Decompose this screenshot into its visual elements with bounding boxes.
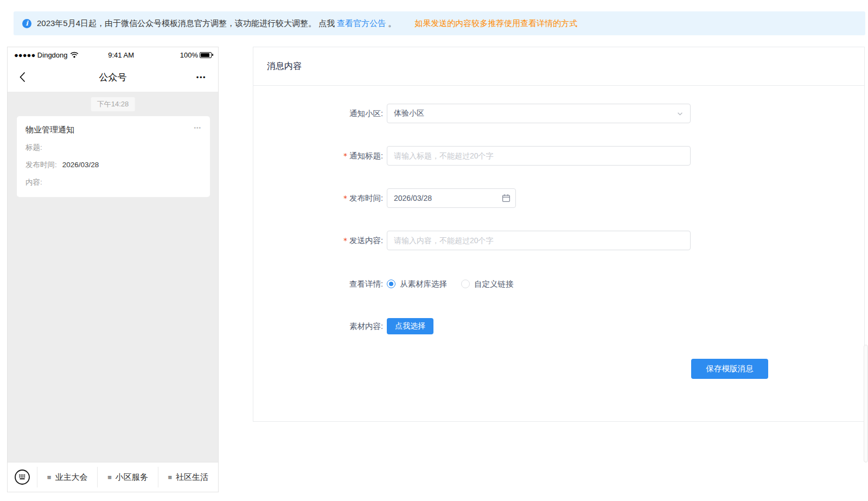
card-row-title: 标题:: [25, 143, 201, 153]
official-announcement-link[interactable]: 查看官方公告: [337, 18, 386, 29]
window-scrollbar-thumb[interactable]: [864, 345, 868, 462]
nav-more-icon[interactable]: •••: [196, 73, 206, 81]
banner-hint: 如果发送的内容较多推荐使用查看详情的方式: [414, 18, 577, 29]
publish-time-picker: [387, 188, 516, 208]
radio-unselected-icon: [461, 280, 470, 288]
battery-icon: [200, 52, 212, 58]
send-content-label: *发送内容:: [253, 236, 387, 246]
field-send-content: *发送内容:: [253, 231, 691, 250]
community-label: 通知小区:: [253, 109, 387, 119]
menu-item-community-life[interactable]: ≡ 社区生活: [158, 472, 218, 483]
radio-custom-link[interactable]: 自定义链接: [461, 279, 514, 289]
required-mark: *: [343, 236, 347, 245]
notice-title-input[interactable]: [387, 146, 691, 166]
send-content-input[interactable]: [387, 231, 691, 250]
card-row-value: 2026/03/28: [62, 161, 99, 169]
material-content-label: 素材内容:: [253, 321, 387, 332]
battery-percent: 100%: [180, 51, 198, 59]
template-message-page: i 2023年5月4日起，由于微信公众号模板消息官方调整，该功能进行较大调整。 …: [0, 0, 868, 501]
calendar-icon[interactable]: [502, 194, 510, 202]
card-row-content: 内容:: [25, 177, 201, 187]
chat-timestamp: 下午14:28: [91, 97, 135, 111]
field-detail-source: 查看详情: 从素材库选择 自定义链接: [253, 274, 514, 294]
info-icon: i: [22, 19, 31, 28]
official-account-title: 公众号: [8, 71, 218, 84]
publish-time-input[interactable]: [387, 188, 516, 208]
phone-status-bar: ●●●●● Dingdong 9:41 AM 100%: [8, 47, 218, 62]
notice-title-label: *通知标题:: [253, 151, 387, 161]
radio-material-library[interactable]: 从素材库选择: [387, 279, 447, 289]
field-publish-time: *发布时间:: [253, 188, 516, 208]
card-row-label: 内容:: [25, 178, 42, 186]
card-row-label: 标题:: [25, 143, 42, 151]
radio-label: 自定义链接: [474, 279, 514, 289]
publish-time-label: *发布时间:: [253, 193, 387, 204]
phone-nav-bar: 公众号 •••: [8, 62, 218, 92]
back-chevron-icon[interactable]: [20, 72, 25, 83]
required-mark: *: [343, 151, 347, 160]
notice-banner: i 2023年5月4日起，由于微信公众号模板消息官方调整，该功能进行较大调整。 …: [14, 11, 865, 35]
radio-selected-icon: [387, 280, 395, 288]
field-material-content: 素材内容: 点我选择: [253, 316, 433, 336]
field-notice-title: *通知标题:: [253, 146, 691, 166]
card-row-publish-time: 发布时间:2026/03/28: [25, 160, 201, 170]
send-content-label-text: 发送内容:: [349, 236, 383, 245]
keyboard-icon[interactable]: [8, 469, 37, 485]
menu-item-label: 业主大会: [55, 472, 87, 483]
chevron-down-icon: [676, 110, 684, 117]
required-mark: *: [343, 194, 347, 202]
menu-lines-icon: ≡: [47, 473, 52, 481]
notice-title-label-text: 通知标题:: [349, 151, 383, 160]
menu-item-label: 小区服务: [116, 472, 148, 483]
card-title: 物业管理通知: [25, 125, 74, 135]
message-preview-card: 物业管理通知 ••• 标题: 发布时间:2026/03/28 内容:: [17, 116, 210, 197]
menu-item-community-service[interactable]: ≡ 小区服务: [98, 472, 157, 483]
publish-time-label-text: 发布时间:: [349, 194, 383, 202]
detail-source-label: 查看详情:: [253, 279, 387, 289]
battery-status: 100%: [180, 51, 212, 59]
status-time: 9:41 AM: [62, 51, 180, 59]
menu-item-owners-meeting[interactable]: ≡ 业主大会: [37, 472, 97, 483]
menu-lines-icon: ≡: [107, 473, 112, 481]
chat-area: 下午14:28 物业管理通知 ••• 标题: 发布时间:2026/03/28 内…: [8, 92, 218, 462]
panel-title: 消息内容: [253, 47, 864, 86]
card-more-icon[interactable]: •••: [194, 125, 201, 131]
message-form-panel: 消息内容 通知小区: 体验小区 *通知标题: *发布时间:: [253, 47, 865, 422]
pick-material-button[interactable]: 点我选择: [387, 318, 433, 334]
phone-menu-bar: ≡ 业主大会 ≡ 小区服务 ≡ 社区生活: [8, 462, 218, 492]
carrier-text: ●●●●● Dingdong: [14, 51, 68, 59]
field-community: 通知小区: 体验小区: [253, 104, 691, 123]
save-template-button[interactable]: 保存模版消息: [691, 359, 768, 379]
radio-label: 从素材库选择: [400, 279, 447, 289]
banner-text: 2023年5月4日起，由于微信公众号模板消息官方调整，该功能进行较大调整。 点我: [37, 18, 335, 29]
community-select-value: 体验小区: [394, 109, 424, 118]
community-select[interactable]: 体验小区: [387, 104, 691, 123]
menu-item-label: 社区生活: [176, 472, 208, 483]
phone-preview: ●●●●● Dingdong 9:41 AM 100% 公众号 •••: [7, 47, 219, 492]
menu-lines-icon: ≡: [168, 473, 173, 481]
card-row-label: 发布时间:: [25, 161, 57, 169]
banner-suffix: 。: [388, 18, 396, 29]
